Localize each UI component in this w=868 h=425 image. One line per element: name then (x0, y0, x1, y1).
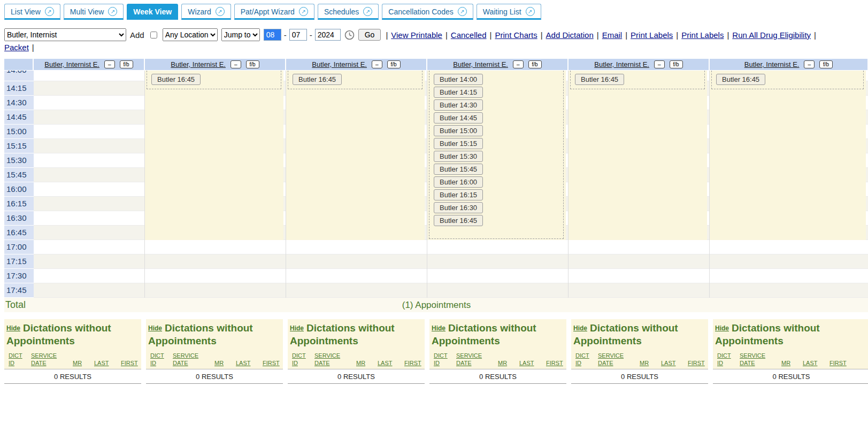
time-slot-cell[interactable] (710, 283, 868, 298)
appointment-slot-button[interactable]: Butler 16:45 (434, 215, 483, 226)
sort-date[interactable]: DATE (456, 359, 498, 367)
appointment-slot-button[interactable]: Butler 15:00 (434, 125, 483, 136)
sort-service-date[interactable]: SERVICE (314, 352, 356, 359)
date-year-input[interactable] (315, 29, 341, 41)
time-slot-cell[interactable] (34, 211, 144, 226)
time-slot-cell[interactable] (710, 240, 868, 254)
appointment-slot-button[interactable]: Butler 16:00 (434, 176, 483, 188)
sort-service-date[interactable]: SERVICE (173, 352, 214, 359)
sort-dict-id[interactable]: DICT (150, 352, 173, 359)
provider-column-link[interactable]: Butler, Internist E. (594, 60, 649, 68)
sort-id[interactable]: ID (150, 359, 173, 367)
time-slot-cell[interactable] (145, 254, 286, 269)
appointment-slot-button[interactable]: Butler 15:30 (434, 151, 483, 162)
time-slot-cell[interactable] (34, 71, 144, 81)
provider-column-link[interactable]: Butler, Internist E. (171, 60, 226, 68)
link-add-dictation[interactable]: Add Dictation (546, 30, 594, 40)
link-cancelled[interactable]: Cancelled (451, 30, 487, 40)
tab-waiting-list[interactable]: Waiting List↗ (477, 4, 541, 20)
date-day-input[interactable] (289, 29, 307, 41)
jumpto-select[interactable]: Jump to (221, 28, 260, 41)
sort-dict-id[interactable]: DICT (575, 352, 598, 359)
sort-dict-id[interactable]: DICT (292, 352, 314, 359)
collapse-column-button[interactable]: – (804, 60, 815, 68)
sort-id[interactable]: ID (575, 359, 598, 367)
time-slot-cell[interactable] (34, 139, 144, 153)
sort-id[interactable]: ID (434, 359, 456, 367)
time-slot-cell[interactable] (34, 81, 144, 96)
time-slot-cell[interactable] (145, 283, 286, 298)
collapse-column-button[interactable]: – (372, 60, 382, 68)
link-packet[interactable]: Packet (4, 43, 29, 52)
sort-first[interactable]: FIRST (546, 359, 563, 367)
sort-date[interactable]: DATE (314, 359, 356, 367)
sort-dict-id[interactable]: DICT (717, 352, 740, 359)
time-slot-cell[interactable] (34, 269, 144, 283)
time-slot-cell[interactable] (34, 226, 144, 240)
appointment-slot-button[interactable]: Butler 16:45 (293, 74, 342, 85)
sort-first[interactable]: FIRST (263, 359, 280, 367)
appointment-slot-button[interactable]: Butler 14:30 (434, 99, 483, 111)
sort-mr[interactable]: MR (781, 359, 803, 367)
open-view-icon[interactable]: ↗ (458, 7, 467, 16)
open-view-icon[interactable]: ↗ (526, 7, 535, 16)
hide-link[interactable]: Hide (290, 324, 304, 332)
link-print-charts[interactable]: Print Charts (495, 30, 537, 40)
appointment-slot-button[interactable]: Butler 14:45 (434, 112, 483, 123)
provider-column-link[interactable]: Butler, Internist E. (312, 60, 367, 68)
time-slot-cell[interactable] (427, 283, 568, 298)
provider-column-link[interactable]: Butler, Internist E. (44, 60, 99, 68)
location-select[interactable]: Any Location (163, 28, 218, 41)
sort-last[interactable]: LAST (661, 359, 688, 367)
appointment-slot-button[interactable]: Butler 16:15 (434, 189, 483, 200)
go-button[interactable]: Go (358, 29, 381, 41)
time-slot-cell[interactable] (286, 254, 427, 269)
tab-cancellation-codes[interactable]: Cancellation Codes↗ (382, 4, 473, 20)
open-view-icon[interactable]: ↗ (299, 7, 308, 16)
add-checkbox[interactable] (150, 32, 157, 38)
appointment-slot-button[interactable]: Butler 16:45 (151, 74, 201, 85)
time-slot-cell[interactable] (34, 254, 144, 269)
tab-list-view[interactable]: List View↗ (4, 4, 60, 20)
sort-service-date[interactable]: SERVICE (598, 352, 640, 359)
sort-mr[interactable]: MR (356, 359, 378, 367)
appointment-slot-button[interactable]: Butler 16:45 (575, 74, 624, 85)
tab-schedules[interactable]: Schedules↗ (318, 4, 379, 20)
time-slot-cell[interactable] (569, 269, 709, 283)
open-view-icon[interactable]: ↗ (45, 7, 54, 16)
time-slot-cell[interactable] (34, 197, 144, 211)
sort-mr[interactable]: MR (640, 359, 661, 367)
hide-link[interactable]: Hide (715, 324, 729, 332)
sort-last[interactable]: LAST (519, 359, 546, 367)
sort-first[interactable]: FIRST (121, 359, 138, 367)
fb-button[interactable]: f/b (120, 60, 133, 68)
time-slot-cell[interactable] (710, 254, 868, 269)
time-slot-cell[interactable] (569, 240, 709, 254)
sort-first[interactable]: FIRST (829, 359, 866, 367)
time-slot-cell[interactable] (145, 269, 286, 283)
sort-id[interactable]: ID (292, 359, 314, 367)
sort-service-date[interactable]: SERVICE (31, 352, 73, 359)
provider-select[interactable]: Butler, Internist (4, 28, 126, 41)
sort-first[interactable]: FIRST (688, 359, 705, 367)
appointment-slot-button[interactable]: Butler 16:30 (434, 202, 483, 213)
link-view-printable[interactable]: View Printable (391, 30, 442, 40)
provider-column-link[interactable]: Butler, Internist E. (744, 60, 800, 68)
time-slot-cell[interactable] (34, 182, 144, 197)
fb-button[interactable]: f/b (528, 60, 542, 68)
sort-service-date[interactable]: SERVICE (740, 352, 781, 359)
appointment-slot-button[interactable]: Butler 14:00 (434, 74, 483, 85)
time-slot-cell[interactable] (427, 240, 568, 254)
sort-service-date[interactable]: SERVICE (456, 352, 498, 359)
sort-last[interactable]: LAST (378, 359, 404, 367)
time-slot-cell[interactable] (710, 269, 868, 283)
open-view-icon[interactable]: ↗ (363, 7, 372, 16)
tab-multi-view[interactable]: Multi View↗ (64, 4, 124, 20)
hide-link[interactable]: Hide (6, 324, 20, 332)
time-slot-cell[interactable] (34, 125, 144, 139)
appointment-slot-button[interactable]: Butler 16:45 (716, 74, 765, 85)
sort-date[interactable]: DATE (598, 359, 640, 367)
sort-last[interactable]: LAST (236, 359, 263, 367)
time-slot-cell[interactable] (34, 240, 144, 254)
time-slot-cell[interactable] (34, 96, 144, 110)
